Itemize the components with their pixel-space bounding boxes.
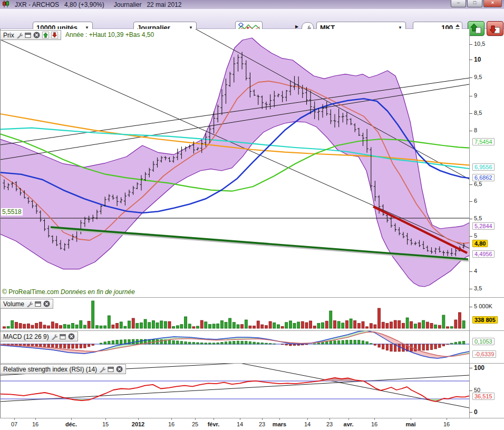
yearly-high-low-annotation: Année : +Haut 10,39 +Bas 4,50 [65, 31, 154, 38]
time-axis-label: 23 [259, 421, 265, 427]
wrench-icon[interactable] [16, 32, 23, 38]
time-axis-label: 14 [237, 421, 243, 427]
price-axis-label: 8 [474, 127, 477, 133]
horizontal-level-label: 5,5518 [1, 208, 23, 216]
panel-separator [0, 330, 504, 331]
wrench-icon[interactable] [99, 366, 105, 373]
price-chart-canvas[interactable] [0, 29, 469, 297]
attribution: © ProRealTime.com Données en fin de jour… [2, 288, 135, 296]
axis-tick [469, 307, 472, 307]
time-axis-tick [105, 418, 106, 420]
axis-tick [469, 77, 472, 78]
time-axis-label: 16 [443, 421, 450, 427]
axis-tick [469, 271, 472, 272]
axis-tick [469, 184, 472, 185]
price-axis-value-box: 5,2844 [472, 222, 495, 230]
price-axis-label: 4 [474, 268, 477, 274]
panel-separator [0, 418, 504, 418]
time-axis-label: 16 [32, 421, 38, 427]
price-axis-label: 6 [474, 198, 477, 204]
price-axis-label: 5 [474, 232, 477, 239]
axis-divider [469, 29, 470, 418]
titlebar-date: 22 mai 2012 [147, 1, 181, 8]
detach-window-icon[interactable] [60, 334, 66, 340]
axis-tick [469, 201, 472, 202]
close-icon[interactable] [43, 300, 50, 307]
axis-tick [469, 219, 472, 219]
macd-value-box: 0,1053 [472, 338, 495, 345]
price-axis-value-box: 4,4956 [472, 250, 495, 258]
axis-tick [469, 390, 472, 391]
time-axis-tick [348, 418, 349, 420]
maximize-button[interactable]: □ [467, 0, 482, 7]
buy-arrow-up-icon [470, 23, 482, 34]
time-axis-label: 15 [102, 421, 109, 427]
chart-left-border [0, 29, 1, 418]
volume-chart-canvas[interactable] [0, 298, 469, 329]
price-axis-value-box: 6,9556 [472, 163, 495, 171]
close-icon[interactable] [33, 32, 40, 38]
wrench-icon[interactable] [26, 301, 33, 307]
axis-tick [469, 412, 472, 413]
detach-window-icon[interactable] [35, 301, 41, 307]
price-axis-label: 8,5 [474, 110, 482, 116]
time-axis-label: mai [406, 421, 416, 427]
sell-shortcut-icon[interactable] [51, 32, 58, 38]
time-axis-tick [411, 418, 411, 420]
time-axis-label: févr. [208, 421, 220, 427]
price-panel-header: Prix [0, 30, 61, 40]
attribution-brand: © ProRealTime.com [2, 288, 59, 296]
collapse-arrow-icon[interactable]: ▶ [295, 24, 298, 29]
trading-app-window: JXR - ARCHOS 4,80 (+3,90%) Journalier 22… [0, 0, 504, 430]
rsi-axis-100: 100 [474, 364, 484, 372]
time-axis-tick [171, 418, 172, 420]
macd-signal-box: -0,6339 [472, 350, 496, 358]
axis-tick [469, 96, 472, 96]
time-axis-tick [240, 418, 240, 420]
panel-separator [0, 297, 504, 298]
panel-separator [0, 363, 504, 364]
macd-panel-header: MACD (12 26 9) [0, 331, 78, 341]
rsi-current-box: 36,515 [472, 393, 495, 400]
time-axis-label: mars [273, 421, 286, 427]
close-icon[interactable] [116, 366, 123, 373]
titlebar-period: Journalier [114, 1, 142, 8]
price-axis-label: 10 [474, 56, 481, 63]
axis-tick [469, 131, 472, 131]
close-button[interactable]: × [483, 0, 502, 7]
time-axis-tick [214, 418, 214, 420]
titlebar-price: 4,80 (+3,90%) [64, 1, 104, 8]
sell-arrow-down-icon [489, 23, 501, 34]
axis-tick [469, 60, 472, 60]
main-toolbar: 10000 unités ▼ Journalier ▼ ▶ MKT ▼ [0, 9, 504, 29]
volume-panel-header: Volume [0, 299, 53, 309]
time-axis-tick [279, 418, 280, 420]
sell-order-button[interactable] [487, 21, 503, 36]
time-axis-tick [262, 418, 263, 420]
time-axis-tick [14, 418, 15, 420]
window-titlebar[interactable]: JXR - ARCHOS 4,80 (+3,90%) Journalier 22… [0, 0, 504, 9]
close-icon[interactable] [68, 333, 75, 340]
detach-window-icon[interactable] [108, 366, 114, 373]
price-axis-label: 9,5 [474, 74, 482, 80]
buy-shortcut-icon[interactable] [42, 32, 49, 38]
time-axis-label: déc. [65, 421, 77, 427]
minimize-button[interactable]: – [451, 0, 466, 7]
volume-panel-title: Volume [3, 300, 24, 308]
time-axis-label: 2012 [132, 421, 144, 427]
rsi-axis-0: 0 [474, 408, 478, 416]
axis-tick [469, 44, 472, 45]
time-axis-label: 16 [371, 421, 377, 427]
time-axis-tick [71, 418, 72, 420]
time-axis-tick [307, 418, 308, 420]
app-candlestick-icon [2, 1, 9, 9]
buy-order-button[interactable] [468, 21, 484, 36]
wrench-icon[interactable] [51, 334, 57, 340]
price-axis-label: 5,5 [474, 215, 482, 221]
price-axis-value-box: 7,5454 [472, 138, 495, 145]
axis-tick [469, 289, 472, 289]
detach-window-icon[interactable] [25, 32, 31, 38]
time-axis-label: 16 [168, 421, 175, 427]
axis-tick [469, 368, 472, 368]
axis-tick [469, 236, 472, 237]
